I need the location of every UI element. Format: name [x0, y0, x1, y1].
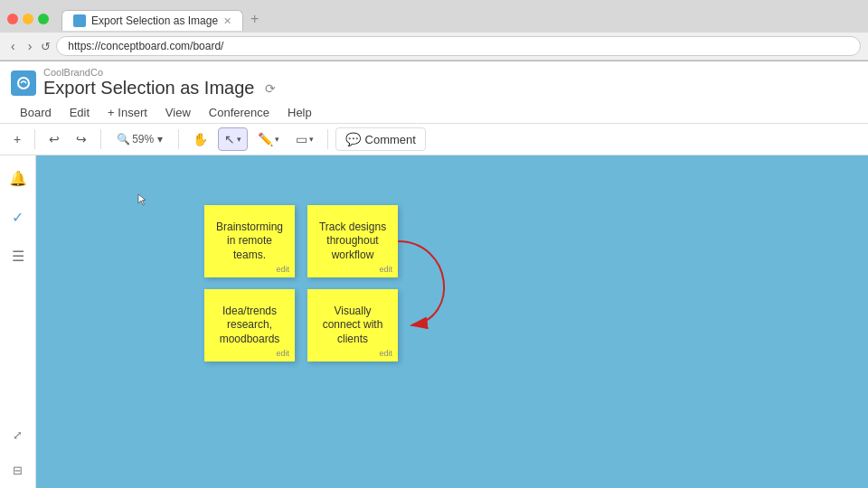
shapes-dropdown-icon: ▾ — [309, 135, 314, 144]
add-icon: + — [14, 132, 21, 146]
brand-name: CoolBrandCo — [43, 67, 276, 78]
select-icon: ↖ — [224, 132, 235, 146]
sidebar-bottom-icon-1[interactable]: ⤢ — [9, 425, 26, 446]
forward-button[interactable]: › — [24, 37, 36, 55]
tab-bar: Export Selection as Image ✕ + — [61, 7, 266, 31]
svg-point-0 — [18, 78, 29, 89]
canvas[interactable]: Brainstorming in remote teams. edit Trac… — [36, 155, 868, 488]
comment-label: Comment — [365, 133, 416, 146]
toolbar-separator-4 — [327, 129, 328, 149]
tab-title: Export Selection as Image — [91, 14, 218, 27]
back-button[interactable]: ‹ — [7, 37, 19, 55]
page-title: Export Selection as Image — [43, 78, 254, 99]
mouse-cursor — [137, 193, 148, 204]
sticky-note-3-text: Idea/trends research, moodboards — [213, 305, 286, 347]
toolbar: + ↩ ↪ 🔍 59% ▾ ✋ ↖ ▾ ✏️ ▾ ▭ ▾ 💬 Comment — [0, 124, 868, 155]
menu-board[interactable]: Board — [11, 102, 61, 123]
undo-button[interactable]: ↩ — [42, 127, 66, 151]
shapes-tool-button[interactable]: ▭ ▾ — [289, 127, 320, 151]
hand-tool-button[interactable]: ✋ — [186, 127, 214, 151]
left-sidebar: 🔔 ✓ ☰ ⤢ ⊟ — [0, 155, 36, 488]
sticky-note-4-edit[interactable]: edit — [379, 349, 392, 358]
title-bar: Export Selection as Image ✕ + — [0, 0, 868, 33]
traffic-lights — [7, 14, 49, 24]
zoom-icon: 🔍 — [117, 133, 130, 145]
sticky-note-1-edit[interactable]: edit — [276, 265, 289, 274]
zoom-level: 59% ▾ — [132, 133, 162, 145]
minimize-window-button[interactable] — [23, 14, 33, 24]
address-bar-row: ‹ › ↺ https://conceptboard.com/board/ — [0, 33, 868, 61]
address-text: https://conceptboard.com/board/ — [68, 40, 223, 52]
sticky-note-1[interactable]: Brainstorming in remote teams. edit — [204, 205, 295, 277]
menu-conference[interactable]: Conference — [200, 102, 278, 123]
menu-edit[interactable]: Edit — [61, 102, 99, 123]
brand-row: CoolBrandCo Export Selection as Image ⟳ — [11, 67, 857, 102]
sidebar-bottom-icon-2[interactable]: ⊟ — [9, 460, 26, 481]
sticky-note-1-text: Brainstorming in remote teams. — [213, 221, 286, 263]
menu-view[interactable]: View — [156, 102, 200, 123]
browser-chrome: Export Selection as Image ✕ + ‹ › ↺ http… — [0, 0, 868, 61]
sticky-note-2-text: Track designs throughout workflow — [316, 221, 389, 263]
sticky-note-3-edit[interactable]: edit — [276, 349, 289, 358]
menu-help[interactable]: Help — [278, 102, 321, 123]
pen-dropdown-icon: ▾ — [275, 135, 279, 144]
select-dropdown-icon: ▾ — [237, 135, 241, 144]
app-header: CoolBrandCo Export Selection as Image ⟳ … — [0, 61, 868, 124]
menu-bar: Board Edit + Insert View Conference Help — [11, 102, 857, 123]
new-tab-button[interactable]: + — [243, 7, 266, 31]
redo-icon: ↪ — [76, 132, 87, 146]
sidebar-tasks-icon[interactable]: ✓ — [8, 205, 27, 230]
sidebar-notifications-icon[interactable]: 🔔 — [5, 166, 31, 191]
tab-favicon — [73, 14, 86, 27]
sticky-note-3[interactable]: Idea/trends research, moodboards edit — [204, 289, 295, 361]
tab-area-empty — [275, 5, 861, 33]
app-body: 🔔 ✓ ☰ ⤢ ⊟ Brainstorming in remote teams.… — [0, 155, 868, 488]
toolbar-separator-1 — [34, 129, 35, 149]
close-window-button[interactable] — [7, 14, 18, 24]
add-button[interactable]: + — [7, 127, 27, 151]
hand-icon: ✋ — [193, 132, 208, 146]
browser-tab-active[interactable]: Export Selection as Image ✕ — [61, 10, 243, 31]
sticky-note-2-edit[interactable]: edit — [379, 265, 392, 274]
brand-logo — [11, 70, 36, 96]
toolbar-separator-3 — [178, 129, 179, 149]
sticky-note-2[interactable]: Track designs throughout workflow edit — [307, 205, 398, 277]
undo-icon: ↩ — [49, 132, 60, 146]
pen-icon: ✏️ — [258, 132, 273, 146]
sidebar-menu-icon[interactable]: ☰ — [8, 244, 28, 268]
maximize-window-button[interactable] — [38, 14, 49, 24]
redo-button[interactable]: ↪ — [70, 127, 93, 151]
comment-icon: 💬 — [345, 132, 361, 146]
pen-tool-button[interactable]: ✏️ ▾ — [251, 127, 286, 151]
toolbar-separator-2 — [100, 129, 101, 149]
shapes-icon: ▭ — [296, 132, 307, 146]
sticky-note-4[interactable]: Visually connect with clients edit — [307, 289, 398, 361]
refresh-button[interactable]: ↺ — [41, 40, 51, 53]
address-bar[interactable]: https://conceptboard.com/board/ — [56, 36, 861, 56]
comment-button[interactable]: 💬 Comment — [335, 127, 426, 151]
tab-close-button[interactable]: ✕ — [223, 15, 231, 27]
sticky-note-4-text: Visually connect with clients — [316, 305, 389, 347]
page-refresh-icon[interactable]: ⟳ — [265, 81, 276, 96]
zoom-control[interactable]: 🔍 59% ▾ — [108, 128, 170, 150]
menu-insert[interactable]: + Insert — [99, 102, 156, 123]
select-tool-button[interactable]: ↖ ▾ — [218, 127, 248, 151]
